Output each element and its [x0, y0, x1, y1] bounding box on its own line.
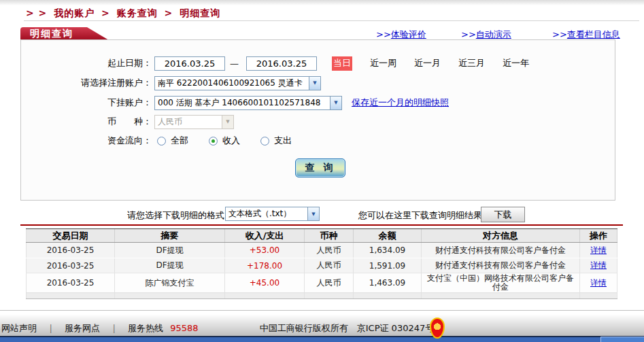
bottom-right-panel — [600, 337, 644, 342]
table-top-red-rule — [20, 224, 623, 226]
table-row: 2016-03-25 DF提现 +178.00 人民币 1,591.09 财付通… — [26, 258, 617, 273]
breadcrumb-item-detail-query[interactable]: 明细查询 — [180, 7, 220, 18]
query-button[interactable]: 查 询 — [295, 158, 345, 177]
date-to-input[interactable] — [246, 56, 317, 71]
top-fade — [0, 0, 644, 5]
cell-date: 2016-03-25 — [26, 243, 115, 258]
chevron-down-icon[interactable]: ▼ — [309, 77, 320, 90]
sub-account-label: 下挂账户： — [21, 97, 152, 109]
detail-link[interactable]: 详情 — [590, 260, 607, 271]
radio-expense-label[interactable]: 支出 — [274, 135, 292, 147]
cell-amount: +53.00 — [225, 243, 305, 258]
register-account-row: 请选择注册账户： 南平 6222001406100921065 灵通卡 ▼ — [21, 75, 615, 91]
register-account-value: 南平 6222001406100921065 灵通卡 — [155, 77, 309, 90]
radio-all[interactable] — [157, 137, 166, 146]
cell-summary: 陈广锦支付宝 — [115, 273, 225, 292]
download-format-label: 请您选择下载明细的格式 — [127, 209, 224, 222]
footer-separator: ｜ — [46, 323, 55, 333]
cell-currency: 人民币 — [305, 258, 354, 273]
link-prefix: >> — [376, 29, 391, 39]
sub-account-select[interactable]: 000 活期 基本户 1406600101102571848 ▼ — [154, 96, 342, 110]
page: > > 我的账户 > 账务查询 > 明细查询 明细查询 >>体验评价 >>自动演… — [0, 0, 644, 342]
flow-direction-row: 资金流向： 全部 收入 支出 — [21, 133, 615, 149]
table-row: 2016-03-25 陈广锦支付宝 +45.00 人民币 1,463.09 支付… — [26, 273, 617, 292]
site-statement-link[interactable]: 网站声明 — [1, 323, 37, 333]
cell-counterparty: 财付通支付科技有限公司客户备付金 — [422, 243, 580, 258]
radio-income[interactable] — [209, 137, 218, 146]
table-footer-strip — [26, 292, 617, 299]
radio-expense[interactable] — [260, 137, 269, 146]
sub-account-row: 下挂账户： 000 活期 基本户 1406600101102571848 ▼ 保… — [21, 95, 615, 111]
currency-select: 人民币 ▼ — [154, 115, 234, 129]
cell-balance: 1,591.09 — [354, 258, 422, 273]
range-year-button[interactable]: 近一年 — [503, 57, 529, 69]
header-counterparty: 对方信息 — [422, 229, 580, 242]
footer-divider — [0, 310, 644, 311]
detail-link[interactable]: 详情 — [590, 277, 607, 289]
range-week-button[interactable]: 近一周 — [370, 57, 396, 69]
chevron-down-icon[interactable]: ▼ — [330, 97, 341, 109]
radio-all-label[interactable]: 全部 — [171, 135, 188, 147]
copyright-text: 中国工商银行版权所有 京ICP证 030247号 — [258, 322, 435, 335]
header-amount: 收入/支出 — [225, 229, 305, 242]
link-prefix: >> — [461, 29, 476, 39]
chevron-down-icon[interactable]: ▼ — [307, 207, 319, 220]
register-account-select[interactable]: 南平 6222001406100921065 灵通卡 ▼ — [154, 76, 321, 90]
cell-counterparty: 支付宝（中国）网络技术有限公司客户备付金 — [422, 273, 580, 292]
footer-left-links: 网站声明 ｜ 服务网点 ｜ 服务热线 95588 — [1, 322, 199, 335]
currency-row: 币 种： 人民币 ▼ — [21, 114, 615, 130]
breadcrumb-item-my-account[interactable]: 我的账户 — [54, 7, 95, 18]
top-links: >>体验评价 >>自动演示 >>查看栏目信息 — [0, 29, 644, 39]
breadcrumb-divider — [24, 20, 639, 21]
hotline-number: 95588 — [170, 323, 198, 333]
cell-currency: 人民币 — [305, 273, 354, 292]
chevron-down-icon: ▼ — [222, 116, 233, 129]
range-quarter-button[interactable]: 近三月 — [458, 57, 485, 69]
breadcrumb-separator: > — [165, 7, 173, 18]
currency-label: 币 种： — [21, 116, 152, 128]
breadcrumb: > > 我的账户 > 账务查询 > 明细查询 — [26, 7, 223, 20]
radio-income-label[interactable]: 收入 — [222, 135, 240, 147]
header-balance: 余额 — [354, 229, 422, 242]
header-date: 交易日期 — [26, 229, 115, 242]
date-range-row: 起止日期： — 当日 近一周 近一月 近三月 近一年 — [21, 55, 615, 71]
service-branches-link[interactable]: 服务网点 — [65, 323, 100, 333]
date-from-input[interactable] — [154, 56, 225, 71]
date-range-label: 起止日期： — [21, 57, 152, 69]
flow-radio-group: 全部 收入 支出 — [157, 135, 292, 147]
cell-counterparty: 财付通支付科技有限公司客户备付金 — [422, 258, 580, 273]
download-result-label: 您可以在这里下载查询明细结果 — [358, 209, 482, 222]
range-month-button[interactable]: 近一月 — [414, 57, 441, 69]
download-button[interactable]: 下载 — [481, 207, 525, 222]
footer-separator: ｜ — [109, 323, 118, 333]
save-snapshot-link[interactable]: 保存近一个月的明细快照 — [352, 97, 449, 109]
cell-date: 2016-03-25 — [26, 273, 115, 292]
header-currency: 币种 — [305, 229, 354, 242]
cell-balance: 1,463.09 — [354, 273, 422, 292]
date-range-dash: — — [230, 58, 239, 69]
header-summary: 摘要 — [115, 229, 225, 242]
detail-link[interactable]: 详情 — [590, 245, 607, 256]
flow-direction-label: 资金流向： — [21, 135, 152, 147]
breadcrumb-item-account-query[interactable]: 账务查询 — [117, 7, 158, 18]
breadcrumb-arrows: > > — [26, 7, 47, 18]
download-format-select[interactable]: 文本格式（.txt） ▼ — [225, 207, 320, 221]
cell-summary: DF提现 — [115, 243, 225, 258]
header-action: 操作 — [580, 229, 617, 242]
link-prefix: >> — [552, 29, 567, 39]
cell-summary: DF提现 — [115, 258, 225, 273]
sub-account-value: 000 活期 基本户 1406600101102571848 — [155, 97, 330, 109]
today-button[interactable]: 当日 — [332, 56, 352, 71]
breadcrumb-separator: > — [101, 7, 110, 18]
cell-currency: 人民币 — [305, 243, 354, 258]
query-form-panel: 起止日期： — 当日 近一周 近一月 近三月 近一年 请选择注册账户： 南平 6… — [20, 39, 615, 201]
currency-value: 人民币 — [155, 116, 222, 129]
cell-amount: +45.00 — [225, 273, 305, 292]
table-header-row: 交易日期 摘要 收入/支出 币种 余额 对方信息 操作 — [26, 228, 617, 243]
transaction-table: 交易日期 摘要 收入/支出 币种 余额 对方信息 操作 2016-03-25 D… — [26, 228, 617, 299]
download-format-value: 文本格式（.txt） — [226, 207, 307, 220]
table-row: 2016-03-25 DF提现 +53.00 人民币 1,634.09 财付通支… — [26, 243, 617, 258]
footer-blue-bar — [0, 336, 644, 342]
cell-date: 2016-03-25 — [26, 258, 115, 273]
cell-amount: +178.00 — [225, 258, 305, 273]
